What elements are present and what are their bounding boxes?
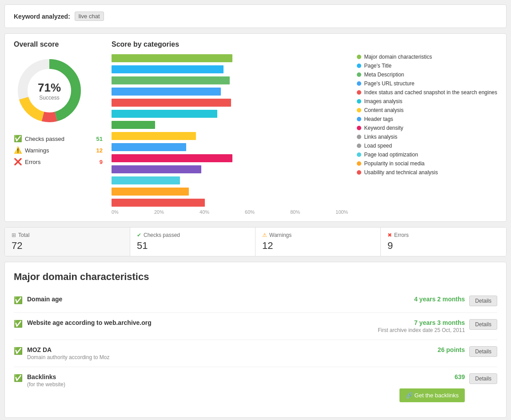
details-button[interactable]: Details [469, 296, 497, 306]
donut-center: 71% Success [38, 81, 61, 101]
legend-item: Popularity in social media [357, 160, 497, 167]
legend-item: Meta Description [357, 72, 497, 78]
warnings-stat-value: 12 [262, 240, 374, 252]
legend-dot [357, 108, 361, 112]
check-item-value: 639 [399, 373, 465, 380]
details-button[interactable]: Details [469, 373, 497, 384]
total-value: 72 [12, 240, 123, 252]
legend-label: Index status and cached snapshot in the … [364, 89, 497, 96]
legend-item: Major domain characteristics [357, 54, 497, 60]
check-item-subvalue: First archive index date 25 Oct, 2011 [378, 327, 465, 333]
legend-item: Load speed [357, 143, 497, 149]
errors-label: Errors [25, 159, 40, 165]
bar-row [112, 198, 236, 207]
legend-label: Usability and technical analysis [364, 169, 438, 176]
donut-chart: 71% Success [14, 55, 85, 126]
check-items: ✅Domain age4 years 2 monthsDetails✅Websi… [14, 289, 497, 408]
errors-count: 9 [100, 159, 103, 165]
legend-item: Header tags [357, 116, 497, 122]
warnings-row: ⚠️ Warnings 12 [14, 144, 103, 156]
legend-item: Keyword density [357, 125, 497, 131]
bar-fill [112, 132, 196, 140]
keyword-value: live chat [75, 12, 104, 21]
check-item-sublabel: (for the website) [27, 381, 65, 388]
bar-chart-title: Score by categories [112, 40, 348, 48]
legend-dot [357, 90, 361, 95]
check-pass-icon: ✅ [14, 320, 23, 328]
bar-fill [112, 188, 189, 196]
check-item: ✅Website age according to web.archive.or… [14, 313, 497, 340]
bar-row [112, 154, 236, 163]
checks-icon: ✔ [137, 232, 141, 238]
legend-item: Index status and cached snapshot in the … [357, 89, 497, 96]
warnings-icon: ⚠ [262, 232, 267, 238]
bar-fill [112, 143, 186, 151]
legend-section: Major domain characteristicsPage's Title… [357, 40, 497, 178]
bar-fill [112, 154, 232, 162]
axis-label: 0% [112, 209, 119, 215]
bar-fill [112, 165, 201, 173]
errors-row: ❌ Errors 9 [14, 156, 103, 168]
legend-label: Keyword density [364, 125, 403, 131]
warnings-stat-label: Warnings [269, 232, 291, 238]
details-button[interactable]: Details [469, 319, 497, 330]
check-icon: ✅ [14, 135, 22, 143]
bar-row [112, 76, 236, 85]
legend-dot [357, 152, 361, 157]
checks-label: Checks passed [144, 232, 180, 238]
legend-dot [357, 99, 361, 104]
legend-label: Images analysis [364, 98, 402, 104]
legend-label: Page's URL structure [364, 80, 414, 87]
bar-fill [112, 110, 217, 118]
legend-dot [357, 81, 361, 86]
legend-label: Page's Title [364, 63, 391, 69]
legend-dot [357, 126, 361, 130]
legend-dot [357, 64, 361, 68]
donut-percent: 71% [38, 81, 61, 95]
axis-label: 60% [245, 209, 255, 215]
bar-row [112, 187, 236, 196]
major-domain-title: Major domain characteristics [14, 271, 497, 283]
bar-fill [112, 76, 230, 84]
bar-row [112, 65, 236, 74]
checks-passed-count: 51 [96, 136, 103, 142]
axis-label: 20% [154, 209, 164, 215]
total-label: Total [18, 232, 29, 238]
bar-row [112, 143, 236, 152]
check-pass-icon: ✅ [14, 296, 23, 304]
legend-label: Major domain characteristics [364, 54, 432, 60]
keyword-label: Keyword analyzed: [14, 13, 70, 20]
check-item-label: Domain age [27, 296, 62, 303]
bar-row [112, 54, 236, 63]
bar-row [112, 120, 236, 129]
bar-row [112, 98, 236, 107]
bar-fill [112, 88, 221, 96]
bar-chart-bars [112, 54, 236, 207]
summary-stats: ⊞ Total 72 ✔ Checks passed 51 ⚠ Warnings… [4, 227, 507, 256]
legend-dot [357, 117, 361, 121]
checks-stat: ✔ Checks passed 51 [130, 228, 256, 256]
score-panel: Overall score 71% Success [14, 40, 497, 215]
legend-label: Header tags [364, 116, 393, 122]
donut-label: Success [38, 95, 61, 101]
errors-icon: ✖ [387, 232, 392, 238]
bar-fill [112, 121, 155, 129]
total-icon: ⊞ [12, 232, 16, 238]
check-item-sublabel: Domain authority according to Moz [27, 354, 109, 360]
legend-item: Images analysis [357, 98, 497, 104]
bar-row [112, 132, 236, 140]
get-backlinks-button[interactable]: 🔗 Get the backlinks [399, 388, 465, 402]
bar-row [112, 109, 236, 118]
bar-fill [112, 54, 232, 62]
bar-fill [112, 99, 231, 107]
legend-label: Links analysis [364, 134, 397, 140]
details-button[interactable]: Details [469, 346, 497, 357]
check-item-value: 26 points [438, 346, 465, 353]
overall-score-section: Overall score 71% Success [14, 40, 103, 168]
axis-label: 40% [200, 209, 209, 215]
legend-dot [357, 144, 361, 148]
overall-score-title: Overall score [14, 40, 103, 48]
score-stats: ✅ Checks passed 51 ⚠️ Warnings 12 ❌ Erro [14, 133, 103, 168]
legend-item: Links analysis [357, 134, 497, 140]
bar-row [112, 87, 236, 96]
